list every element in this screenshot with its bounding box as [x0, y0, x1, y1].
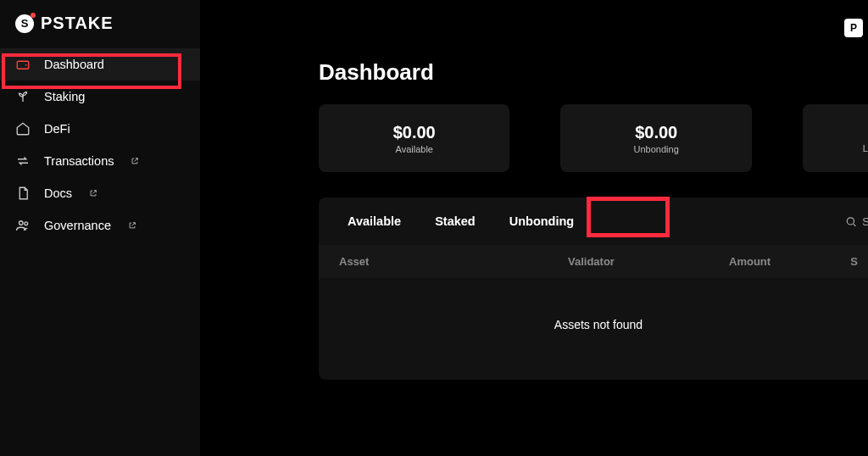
col-amount: Amount	[729, 255, 848, 268]
card-unbonding: $0.00 Unbonding	[560, 104, 751, 172]
search-input[interactable]: S	[845, 215, 868, 228]
brand-logo[interactable]: S PSTAKE	[0, 14, 200, 48]
search-icon	[845, 215, 857, 227]
svg-rect-0	[17, 61, 29, 69]
sidebar: S PSTAKE Dashboard Staking DeFi	[0, 0, 200, 456]
logo-badge-icon: S	[15, 14, 34, 33]
assets-panel: Available Staked Unbonding S Asset Valid…	[319, 197, 868, 380]
sidebar-item-docs[interactable]: Docs	[0, 177, 200, 209]
brand-name: PSTAKE	[41, 14, 114, 33]
sidebar-item-label: Dashboard	[44, 58, 104, 71]
top-right-badge-label: P	[850, 22, 857, 34]
sidebar-item-dashboard[interactable]: Dashboard	[0, 48, 200, 81]
external-link-icon	[131, 154, 139, 168]
card-label: Unbonding	[634, 144, 679, 154]
card-partial: L	[803, 104, 868, 172]
sidebar-nav: Dashboard Staking DeFi Transactions	[0, 48, 200, 242]
search-placeholder: S	[862, 215, 868, 228]
card-available: $0.00 Available	[319, 104, 509, 172]
top-right-badge[interactable]: P	[844, 19, 863, 37]
summary-cards: $0.00 Available $0.00 Unbonding L	[319, 104, 868, 172]
sidebar-item-label: DeFi	[44, 122, 70, 136]
sidebar-item-label: Docs	[44, 186, 72, 200]
sidebar-item-label: Governance	[44, 219, 111, 232]
main-content: P Dashboard $0.00 Available $0.00 Unbond…	[200, 0, 868, 456]
tab-available[interactable]: Available	[336, 197, 413, 245]
svg-point-2	[25, 222, 28, 225]
svg-point-3	[848, 217, 854, 224]
col-extra: S	[848, 255, 858, 268]
svg-point-1	[19, 221, 24, 225]
doc-icon	[15, 186, 31, 201]
logo-letter: S	[21, 17, 29, 30]
tab-staked[interactable]: Staked	[423, 197, 487, 245]
table-header: Asset Validator Amount S	[319, 245, 868, 278]
swap-icon	[15, 153, 31, 169]
app-root: S PSTAKE Dashboard Staking DeFi	[0, 0, 868, 456]
plant-icon	[15, 89, 31, 104]
sidebar-item-staking[interactable]: Staking	[0, 81, 200, 113]
sidebar-item-governance[interactable]: Governance	[0, 209, 200, 242]
wallet-icon	[15, 57, 31, 72]
table-body: Assets not found	[319, 278, 868, 380]
assets-tabs: Available Staked Unbonding S	[319, 197, 868, 245]
card-value: $0.00	[393, 123, 436, 142]
card-label: L	[863, 143, 868, 153]
sidebar-item-label: Staking	[44, 90, 85, 103]
page-title: Dashboard	[319, 59, 868, 86]
card-label: Available	[396, 144, 433, 154]
card-value: $0.00	[635, 123, 677, 142]
col-asset: Asset	[339, 255, 568, 268]
sidebar-item-defi[interactable]: DeFi	[0, 113, 200, 145]
sidebar-item-label: Transactions	[44, 154, 114, 168]
external-link-icon	[89, 186, 97, 200]
home-icon	[15, 121, 31, 136]
external-link-icon	[128, 219, 136, 232]
col-validator: Validator	[568, 255, 729, 268]
tab-unbonding[interactable]: Unbonding	[498, 197, 587, 245]
people-icon	[15, 218, 31, 233]
empty-state-text: Assets not found	[554, 284, 643, 374]
sidebar-item-transactions[interactable]: Transactions	[0, 145, 200, 177]
